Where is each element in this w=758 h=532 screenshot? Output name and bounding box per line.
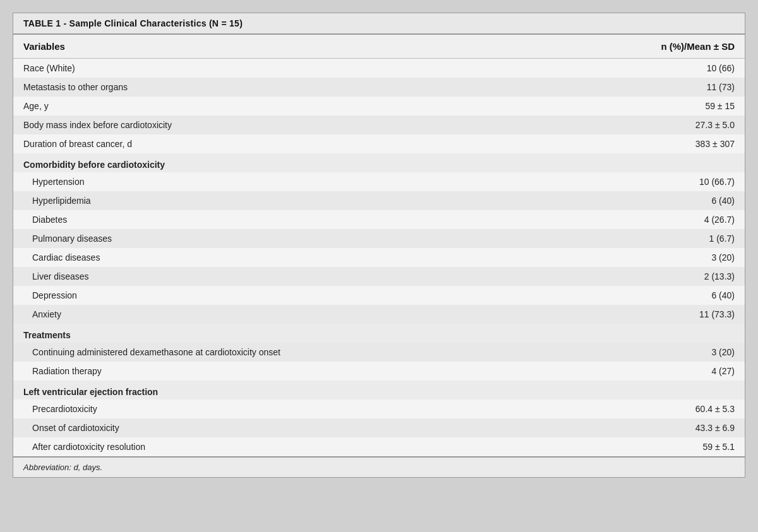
row-label-bmi: Body mass index before cardiotoxicity [13, 115, 560, 134]
row-value-diabetes: 4 (26.7) [560, 210, 745, 229]
table-row: Age, y59 ± 15 [13, 97, 745, 115]
row-label-onset: Onset of cardiotoxicity [13, 418, 560, 437]
table-row: Diabetes4 (26.7) [13, 210, 745, 229]
row-value-depression: 6 (40) [560, 286, 745, 305]
table-row: Cardiac diseases3 (20) [13, 248, 745, 267]
row-label-cardiac: Cardiac diseases [13, 248, 560, 267]
row-value-radiation: 4 (27) [560, 362, 745, 381]
table-footer: Abbreviation: d, days. [13, 456, 745, 477]
row-value-cardiac: 3 (20) [560, 248, 745, 267]
table-row: Precardiotoxicity60.4 ± 5.3 [13, 399, 745, 418]
row-label-duration: Duration of breast cancer, d [13, 134, 560, 153]
row-label-hyperlipidemia: Hyperlipidemia [13, 191, 560, 210]
table-row: Metastasis to other organs11 (73) [13, 78, 745, 97]
row-label-hypertension: Hypertension [13, 172, 560, 191]
table-row: Treatments [13, 324, 745, 343]
column-header-variable: Variables [13, 35, 560, 59]
table-title: TABLE 1 - Sample Clinical Characteristic… [13, 13, 745, 35]
table-row: Onset of cardiotoxicity43.3 ± 6.9 [13, 418, 745, 437]
row-label-after-resolution: After cardiotoxicity resolution [13, 437, 560, 456]
row-label-depression: Depression [13, 286, 560, 305]
table-row: Depression6 (40) [13, 286, 745, 305]
row-value-race: 10 (66) [560, 59, 745, 78]
row-value-comorbidity-header [560, 153, 745, 172]
row-label-metastasis: Metastasis to other organs [13, 78, 560, 97]
table-row: Radiation therapy4 (27) [13, 362, 745, 381]
row-value-anxiety: 11 (73.3) [560, 305, 745, 324]
row-value-bmi: 27.3 ± 5.0 [560, 115, 745, 134]
column-header-value: n (%)/Mean ± SD [560, 35, 745, 59]
row-label-dexamethasone: Continuing administered dexamethasone at… [13, 343, 560, 362]
row-value-liver: 2 (13.3) [560, 267, 745, 286]
table-row: Race (White)10 (66) [13, 59, 745, 78]
row-label-lvef-header: Left ventricular ejection fraction [13, 381, 560, 399]
table-row: Hyperlipidemia6 (40) [13, 191, 745, 210]
row-label-anxiety: Anxiety [13, 305, 560, 324]
row-label-liver: Liver diseases [13, 267, 560, 286]
table-row: Liver diseases2 (13.3) [13, 267, 745, 286]
row-label-diabetes: Diabetes [13, 210, 560, 229]
table-row: Hypertension10 (66.7) [13, 172, 745, 191]
table-row: Comorbidity before cardiotoxicity [13, 153, 745, 172]
row-label-radiation: Radiation therapy [13, 362, 560, 381]
row-value-lvef-header [560, 381, 745, 399]
row-value-precardiotoxicity: 60.4 ± 5.3 [560, 399, 745, 418]
table-row: Duration of breast cancer, d383 ± 307 [13, 134, 745, 153]
row-value-dexamethasone: 3 (20) [560, 343, 745, 362]
row-value-after-resolution: 59 ± 5.1 [560, 437, 745, 456]
row-value-metastasis: 11 (73) [560, 78, 745, 97]
row-label-comorbidity-header: Comorbidity before cardiotoxicity [13, 153, 560, 172]
row-value-hypertension: 10 (66.7) [560, 172, 745, 191]
row-value-pulmonary: 1 (6.7) [560, 229, 745, 248]
row-label-age: Age, y [13, 97, 560, 115]
row-label-race: Race (White) [13, 59, 560, 78]
row-value-duration: 383 ± 307 [560, 134, 745, 153]
row-label-treatments-header: Treatments [13, 324, 560, 343]
table-row: Pulmonary diseases1 (6.7) [13, 229, 745, 248]
row-value-treatments-header [560, 324, 745, 343]
row-label-precardiotoxicity: Precardiotoxicity [13, 399, 560, 418]
clinical-characteristics-table: TABLE 1 - Sample Clinical Characteristic… [13, 13, 745, 478]
row-value-hyperlipidemia: 6 (40) [560, 191, 745, 210]
row-value-age: 59 ± 15 [560, 97, 745, 115]
table-row: Body mass index before cardiotoxicity27.… [13, 115, 745, 134]
table-row: Left ventricular ejection fraction [13, 381, 745, 399]
row-label-pulmonary: Pulmonary diseases [13, 229, 560, 248]
row-value-onset: 43.3 ± 6.9 [560, 418, 745, 437]
table-row: Continuing administered dexamethasone at… [13, 343, 745, 362]
table-row: Anxiety11 (73.3) [13, 305, 745, 324]
table-row: After cardiotoxicity resolution59 ± 5.1 [13, 437, 745, 456]
